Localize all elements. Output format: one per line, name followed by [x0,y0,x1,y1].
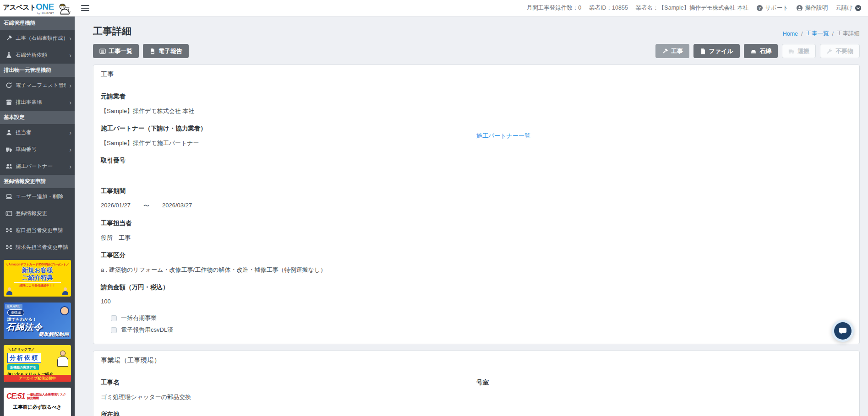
sidebar-item-user-add-remove[interactable]: ユーザー追加・削除 [0,188,75,205]
breadcrumb-current: 工事詳細 [837,30,860,38]
ad-banner-law-video[interactable]: 従業員向け 基礎編 誰でもわかる！ 石綿法令 簡単解説動画 [4,303,71,339]
wrench-icon [826,48,833,54]
svg-text:?: ? [759,6,761,11]
construction-category-field: 工事区分 a . 建築物のリフォーム・改修工事/工作物の解体・改造・補修工事（特… [101,251,852,274]
flask-icon [5,52,12,59]
sidebar-item-window-contact-change[interactable]: 窓口担当者変更申請 [0,222,75,239]
chevron-right-icon: › [69,130,71,136]
transport-tab-button[interactable]: 運搬 [782,44,816,58]
breadcrumb-home[interactable]: Home [783,31,798,37]
truck-icon [788,48,795,54]
vendor-id-stat: 業者ID：10855 [589,4,628,12]
hammer-icon [662,48,668,54]
truck-icon [5,146,12,153]
construction-list-button[interactable]: 工事一覧 [93,44,139,58]
csv-file-icon [149,48,156,54]
address-field: 所在地 〒1000005 東京都千代田区丸の内 [101,411,852,416]
scientist-illustration [57,351,69,369]
sidebar-item-vehicle-number[interactable]: 車両番号 › [0,141,75,158]
ad-banner-referral[interactable]: ＼Amazonギフトカード8500円分プレゼント／ 新規お客様 ご紹介特典 好評… [4,260,71,297]
lump-sum-check-row: 一括有期事業 [111,314,852,322]
csv-downloaded-checkbox[interactable] [111,327,117,333]
construction-card-title: 工事 [93,65,859,84]
breadcrumb: Home / 工事一覧 / 工事詳細 [783,30,860,38]
sidebar-section-registration-change: 登録情報変更申請 [0,175,75,188]
construction-period-field: 工事期間 2026/01/27 〜 2026/03/27 [101,187,852,210]
file-icon [700,48,706,54]
monthly-count-stat: 月間工事登録件数：0 [527,4,581,12]
dog-mascot-icon [55,0,72,16]
chat-button[interactable] [834,322,852,340]
topbar: 月間工事登録件数：0 業者ID：10855 業者名：【Sample】操作デモ株式… [75,0,868,16]
period-start-date: 2026/01/27 [101,202,131,210]
list-icon [99,48,106,54]
partner-field: 施工パートナー（下請け・協力業者） 【Sample】操作デモ施工パートナー 施工… [101,124,852,147]
person-illustration [6,287,12,295]
role-dropdown[interactable]: 元請け [835,4,862,12]
sidebar-item-analysis-request[interactable]: 石綿分析依頼 › [0,47,75,64]
vendor-name-stat: 業者名：【Sample】操作デモ株式会社 本社 [636,4,748,12]
toolbar: 工事一覧 電子報告 工事 ファイル 石綿 [93,44,860,58]
site-card-title: 事業場（工事現場） [93,351,859,370]
chevron-right-icon: › [69,146,71,153]
laptop-icon [5,193,12,200]
person-illustration [60,306,69,315]
chevron-right-icon: › [69,163,71,170]
sidebar-item-billing-contact-change[interactable]: 請求先担当者変更申請 [0,239,75,256]
content-area: 工事詳細 Home / 工事一覧 / 工事詳細 工事一覧 電子報告 [75,16,868,416]
contractor-field: 元請業者 【Sample】操作デモ株式会社 本社 [101,92,852,115]
room-field: 号室 [476,378,852,401]
sidebar: アスベストONE by UNI-PORT 石綿管理機能 工事（石綿書類作成） ›… [0,0,75,416]
construction-tab-button[interactable]: 工事 [655,44,689,58]
main-area: 月間工事登録件数：0 業者ID：10855 業者名：【Sample】操作デモ株式… [75,0,868,416]
breadcrumb-construction-list[interactable]: 工事一覧 [806,30,829,38]
brand-subtitle: by UNI-PORT [3,12,54,15]
sidebar-item-staff[interactable]: 担当者 › [0,124,75,141]
helmet-icon [750,48,757,54]
waste-tab-button[interactable]: 不要物 [820,44,860,58]
lump-sum-checkbox[interactable] [111,315,117,321]
sidebar-section-waste-mgmt: 排出物一元管理機能 [0,64,75,77]
people-arrows-icon [5,244,12,251]
sidebar-item-construction-partner[interactable]: 施工パートナー › [0,158,75,175]
users-icon [5,163,12,170]
id-card-icon [5,210,12,217]
brand-accent: ONE [36,2,54,11]
app-logo[interactable]: アスベストONE by UNI-PORT [0,0,75,16]
hamburger-menu-icon[interactable] [81,5,89,11]
period-tilde: 〜 [143,202,149,210]
manual-link[interactable]: 操作説明 [796,4,828,12]
csv-downloaded-check-row: 電子報告用csvDL済 [111,326,852,334]
file-tab-button[interactable]: ファイル [693,44,740,58]
period-end-date: 2026/03/27 [162,202,192,210]
support-link[interactable]: ? サポート [756,4,788,12]
sidebar-item-discharge-site[interactable]: 排出事業場 › [0,94,75,111]
asbestos-tab-button[interactable]: 石綿 [744,44,778,58]
chat-widget[interactable] [832,320,854,342]
ce51-logo: CE:51 [6,392,25,400]
chevron-right-icon: › [69,35,71,42]
ad-banner-ce51[interactable]: CE:51 一般社団法人企業環境リスク解決機構 工事前に必ず取るべき [4,388,71,416]
chevron-right-icon: › [69,52,71,59]
person-circle-icon [796,5,803,11]
sidebar-item-e-manifest[interactable]: 電子マニフェスト管理 › [0,77,75,94]
page-title: 工事詳細 [93,25,131,38]
e-report-button[interactable]: 電子報告 [143,44,189,58]
sidebar-item-construction-docs[interactable]: 工事（石綿書類作成） › [0,30,75,47]
partner-list-link[interactable]: 施工パートナー一覧 [476,132,530,140]
construction-card: 工事 元請業者 【Sample】操作デモ株式会社 本社 施工パートナー（下請け・… [93,65,860,344]
site-name-row: 工事名 ゴミ処理場シャッターの部品交換 号室 [101,378,852,401]
ad-banner-analysis-request[interactable]: ＼1クリックで／ 分析依頼 新機能の実演デモ 使い方＆メリットご紹介 アーカイブ… [4,345,71,382]
construction-manager-field: 工事担当者 役所 工事 [101,219,852,242]
brand-name: アスベスト [3,3,36,11]
chevron-right-icon: › [69,99,71,106]
question-circle-icon: ? [756,5,763,11]
sidebar-section-basic-settings: 基本設定 [0,111,75,124]
people-arrows-icon [5,227,12,234]
sidebar-item-registration-info-change[interactable]: 登録情報変更 [0,205,75,222]
hammer-icon [5,35,12,42]
site-card: 事業場（工事現場） 工事名 ゴミ処理場シャッターの部品交換 号室 所在地 〒10… [93,351,860,416]
chevron-right-icon: › [69,82,71,89]
user-icon [5,129,12,136]
factory-icon [5,99,12,106]
